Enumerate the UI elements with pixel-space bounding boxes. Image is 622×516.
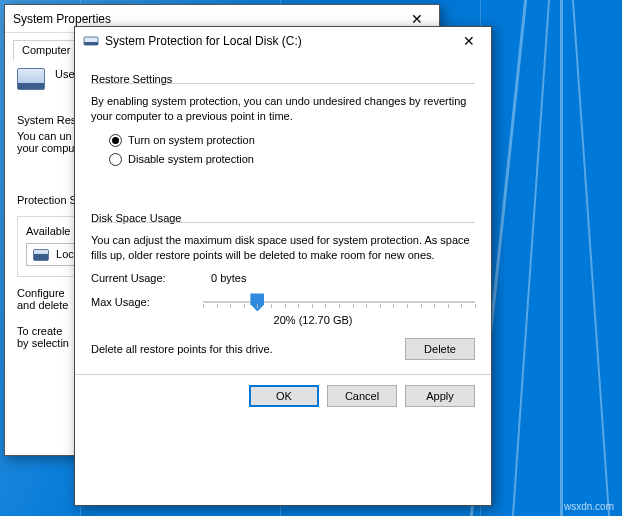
- radio-label: Turn on system protection: [128, 134, 255, 146]
- close-icon[interactable]: ✕: [449, 29, 489, 53]
- max-usage-label: Max Usage:: [91, 296, 191, 308]
- radio-icon: [109, 134, 122, 147]
- current-usage-row: Current Usage: 0 bytes: [91, 272, 475, 284]
- dialog-buttons: OK Cancel Apply: [91, 385, 475, 417]
- max-usage-slider[interactable]: [203, 294, 475, 310]
- disk-description: You can adjust the maximum disk space us…: [91, 233, 475, 263]
- delete-button[interactable]: Delete: [405, 338, 475, 360]
- computer-icon: [17, 68, 45, 90]
- drive-icon: [33, 249, 49, 261]
- radio-icon: [109, 153, 122, 166]
- titlebar[interactable]: System Protection for Local Disk (C:) ✕: [75, 27, 491, 55]
- radio-label: Disable system protection: [128, 153, 254, 165]
- disk-space-section: Disk Space Usage You can adjust the maxi…: [91, 204, 475, 361]
- radio-disable[interactable]: Disable system protection: [109, 153, 475, 166]
- slider-thumb[interactable]: [250, 293, 264, 311]
- restore-settings-section: Restore Settings By enabling system prot…: [91, 65, 475, 166]
- window-title: System Properties: [13, 12, 397, 26]
- system-protection-dialog: System Protection for Local Disk (C:) ✕ …: [74, 26, 492, 506]
- radio-turn-on[interactable]: Turn on system protection: [109, 134, 475, 147]
- use-label: Use: [55, 68, 75, 80]
- slider-value-text: 20% (12.70 GB): [203, 314, 423, 326]
- light-beam: [560, 0, 563, 516]
- cancel-button[interactable]: Cancel: [327, 385, 397, 407]
- ok-button[interactable]: OK: [249, 385, 319, 407]
- apply-button[interactable]: Apply: [405, 385, 475, 407]
- watermark: wsxdn.com: [564, 501, 614, 512]
- delete-description: Delete all restore points for this drive…: [91, 343, 395, 355]
- current-usage-label: Current Usage:: [91, 272, 191, 284]
- restore-description: By enabling system protection, you can u…: [91, 94, 475, 124]
- light-beam: [572, 0, 610, 516]
- dialog-title: System Protection for Local Disk (C:): [105, 34, 449, 48]
- svg-rect-1: [84, 42, 98, 45]
- drive-icon: [83, 33, 99, 49]
- current-usage-value: 0 bytes: [211, 272, 246, 284]
- separator: [75, 374, 491, 375]
